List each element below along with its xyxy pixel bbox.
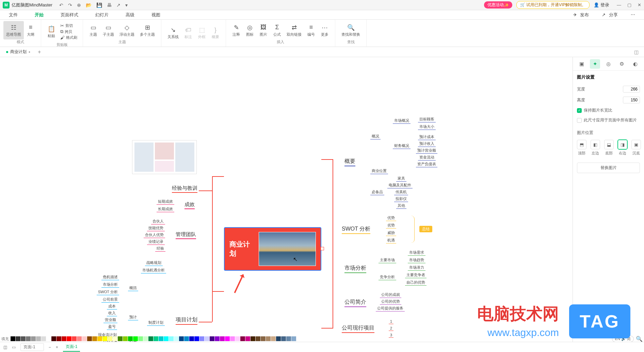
color-swatch[interactable] — [286, 336, 291, 341]
subnode[interactable]: 商业位置 — [370, 168, 388, 174]
publish-button[interactable]: ✈ 发布 — [571, 11, 593, 19]
subnode[interactable]: 经验 — [155, 246, 165, 252]
color-swatch[interactable] — [123, 336, 128, 341]
subnode[interactable]: 市场大小 — [418, 124, 436, 130]
color-swatch[interactable] — [92, 336, 97, 341]
subnode[interactable]: 市场需求 — [408, 250, 425, 256]
branch-swot[interactable]: SWOT 分析 — [342, 225, 370, 234]
color-swatch[interactable] — [251, 336, 255, 341]
subnode[interactable]: 竞争分析 — [379, 274, 396, 280]
subnode[interactable]: 公司的优势 — [380, 299, 401, 305]
ribbon-格式刷[interactable]: 🖌格式刷 — [60, 35, 77, 40]
position-左边[interactable]: ◧左边 — [591, 140, 600, 156]
branch-effect[interactable]: 成效 — [184, 201, 195, 209]
print-icon[interactable]: 🖶 — [107, 2, 112, 8]
central-topic-image[interactable]: ↖ — [259, 232, 316, 266]
undo-icon[interactable]: ↶ — [59, 2, 63, 8]
color-swatch[interactable] — [77, 336, 82, 341]
export-icon[interactable]: ↗ — [116, 2, 120, 8]
subnode[interactable]: SWOT 分析 — [97, 289, 119, 295]
color-swatch[interactable] — [148, 336, 153, 341]
branch-team[interactable]: 管理团队 — [176, 231, 196, 239]
color-swatch[interactable] — [26, 336, 31, 341]
login-button[interactable]: 👤 登录 — [594, 2, 609, 8]
color-swatch[interactable] — [220, 336, 225, 341]
subnode[interactable]: 预计成本 — [418, 134, 436, 140]
color-swatch[interactable] — [46, 336, 51, 341]
color-swatch[interactable] — [169, 336, 174, 341]
menu-file[interactable]: 文件 — [7, 11, 20, 19]
color-swatch[interactable] — [210, 336, 214, 341]
branch-experience[interactable]: 经验与教训 — [172, 185, 197, 193]
replace-image-button[interactable]: 替换图片 — [577, 163, 640, 173]
new-icon[interactable]: ⊕ — [77, 2, 81, 8]
ribbon-思维导图[interactable]: ☷思维导图 — [3, 21, 24, 39]
branch-market[interactable]: 市场分析 — [344, 265, 366, 273]
apply-all-checkbox[interactable] — [577, 118, 582, 123]
ribbon-公式[interactable]: Σ公式 — [270, 21, 284, 39]
subnode[interactable]: 传真机 — [394, 189, 408, 195]
subnode[interactable]: 战略规划 — [145, 260, 163, 266]
color-swatch[interactable] — [62, 336, 66, 341]
subnode[interactable]: 公司前景 — [101, 297, 119, 303]
color-swatch[interactable] — [245, 336, 250, 341]
subnode[interactable]: 公司提供的服务 — [376, 305, 405, 312]
ribbon-查找和替换[interactable]: 🔍查找和替换 — [339, 21, 363, 39]
width-input[interactable] — [623, 86, 640, 93]
color-swatch[interactable] — [82, 336, 87, 341]
share-button[interactable]: ↗ 分享 — [600, 11, 622, 19]
ribbon-标注[interactable]: 🏷标注 — [181, 21, 195, 45]
color-swatch[interactable] — [133, 336, 138, 341]
keep-ratio-checkbox[interactable]: ✓ — [577, 108, 582, 113]
colorbar-expand-icon[interactable]: 🔍 — [636, 336, 643, 342]
color-swatch[interactable] — [154, 336, 158, 341]
menu-slides[interactable]: 幻灯片 — [93, 11, 111, 19]
color-swatch[interactable] — [143, 336, 148, 341]
position-右边[interactable]: ◨右边 — [618, 140, 627, 156]
ribbon-关系线[interactable]: ↘关系线 — [165, 21, 181, 45]
position-底部[interactable]: ⬓底部 — [604, 140, 614, 156]
ribbon-编号[interactable]: ≡编号 — [304, 21, 318, 39]
panel-tab-tag-icon[interactable]: ◎ — [603, 59, 613, 69]
subnode[interactable]: 公司的成就 — [380, 292, 401, 298]
maximize-icon[interactable]: ▢ — [627, 2, 631, 7]
subnode[interactable]: 其他 — [396, 203, 406, 209]
open-icon[interactable]: 📂 — [86, 2, 92, 8]
subnode[interactable]: 必备品 — [370, 189, 384, 195]
color-swatch[interactable] — [240, 336, 245, 341]
panel-tab-settings-icon[interactable]: ⚙ — [617, 59, 627, 69]
subnode[interactable]: 市场机遇分析 — [141, 267, 166, 273]
color-swatch[interactable] — [113, 336, 117, 341]
subnode[interactable]: 投影仪 — [394, 196, 408, 202]
subnode[interactable]: 市场潜力 — [408, 265, 425, 271]
height-input[interactable] — [623, 97, 640, 103]
color-swatch[interactable] — [87, 336, 92, 341]
color-swatch[interactable] — [199, 336, 204, 341]
color-swatch[interactable] — [11, 336, 15, 341]
subnode[interactable]: 主要市场 — [379, 257, 396, 263]
page-select[interactable]: 页面-1 — [20, 343, 44, 351]
subnode[interactable]: 资产负债表 — [416, 161, 437, 167]
branch-projects[interactable]: 公司现行项目 — [342, 324, 374, 333]
subnode[interactable]: 短期成效 — [157, 199, 174, 205]
panel-tab-more-icon[interactable]: ◐ — [630, 59, 640, 69]
ribbon-剪切[interactable]: ✂剪切 — [60, 23, 77, 28]
mindmap-canvas[interactable]: 商业计划 ↖ 经验与教训 成效 短期成效 长期成效 管理团队 合伙人 技能优势 … — [0, 57, 573, 342]
color-swatch[interactable] — [266, 336, 271, 341]
subnode[interactable]: 目标顾客 — [418, 116, 436, 122]
color-swatch[interactable] — [31, 336, 36, 341]
color-swatch[interactable] — [41, 336, 46, 341]
subnode[interactable]: 制度计划 — [147, 320, 165, 326]
subnode[interactable]: 长期成效 — [157, 206, 174, 212]
central-topic[interactable]: 商业计划 ↖ — [224, 227, 321, 271]
subnode[interactable]: 1 — [389, 319, 393, 324]
color-swatch[interactable] — [184, 336, 189, 341]
minimize-icon[interactable]: — — [617, 2, 621, 7]
color-swatch[interactable] — [51, 336, 56, 341]
subnode[interactable]: 威胁 — [386, 230, 396, 236]
subnode[interactable]: 主要竞争者 — [405, 272, 426, 278]
qat-more-icon[interactable]: ▾ — [125, 2, 128, 8]
color-swatch[interactable] — [72, 336, 77, 341]
color-swatch[interactable] — [215, 336, 220, 341]
ribbon-双向链接[interactable]: ⇄双向链接 — [284, 21, 304, 39]
